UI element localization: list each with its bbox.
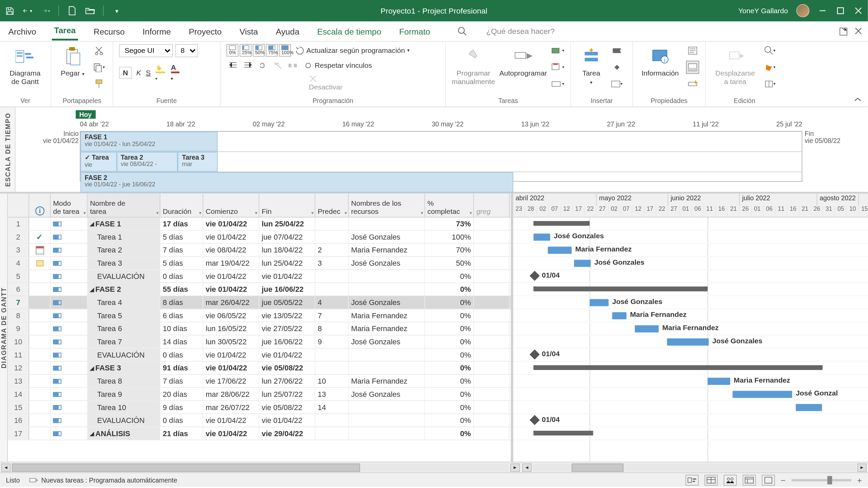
timeline-fase2[interactable]: FASE 2vie 01/04/22 - jue 16/06/22 bbox=[80, 172, 513, 192]
open-icon[interactable] bbox=[85, 6, 95, 16]
tab-recurso[interactable]: Recurso bbox=[91, 23, 127, 40]
tab-escala[interactable]: Escala de tiempo bbox=[315, 23, 384, 40]
scroll-track-left[interactable] bbox=[12, 463, 509, 472]
scroll-right-btn[interactable]: ► bbox=[510, 463, 520, 472]
move-icon[interactable]: ▾ bbox=[551, 61, 565, 74]
task-row[interactable]: 4Tarea 35 díasmar 19/04/22lun 25/04/223J… bbox=[8, 257, 511, 270]
information-button[interactable]: i Información bbox=[639, 44, 682, 80]
pct-0-button[interactable]: 0% bbox=[226, 44, 238, 57]
task-row[interactable]: 9Tarea 610 díaslun 16/05/22vie 27/05/228… bbox=[8, 322, 511, 336]
pct-50-button[interactable]: 50% bbox=[253, 44, 264, 57]
task-row[interactable]: 12◢FASE 391 díasvie 01/04/22vie 05/08/22… bbox=[8, 362, 511, 375]
minimize-icon[interactable] bbox=[818, 6, 827, 16]
inspect-icon[interactable]: ▾ bbox=[551, 44, 565, 57]
col-pred[interactable]: Predec▾ bbox=[315, 194, 349, 217]
timeline-fase1[interactable]: FASE 1vie 01/04/22 - lun 25/04/22 bbox=[80, 132, 217, 151]
scroll-to-task-button[interactable]: Desplazarse a tarea bbox=[712, 44, 758, 88]
milestone-marker[interactable] bbox=[530, 415, 540, 425]
tab-archivo[interactable]: Archivo bbox=[6, 23, 39, 40]
underline-button[interactable]: S bbox=[146, 68, 151, 77]
col-dur[interactable]: Duración▾ bbox=[160, 194, 203, 217]
insert-task-button[interactable]: Tarea▾ bbox=[577, 44, 606, 88]
save-icon[interactable] bbox=[5, 6, 14, 16]
mode-icon[interactable]: ▾ bbox=[551, 78, 565, 91]
maximize-icon[interactable] bbox=[836, 6, 845, 16]
tab-informe[interactable]: Informe bbox=[140, 23, 173, 40]
tab-formato[interactable]: Formato bbox=[397, 23, 433, 40]
paste-button[interactable]: Pegar ▾ bbox=[57, 44, 88, 80]
qat-dropdown-icon[interactable]: ▾ bbox=[112, 6, 122, 16]
pct-25-button[interactable]: 25% bbox=[240, 44, 252, 57]
timeline-add-icon[interactable] bbox=[686, 78, 699, 91]
clear-icon[interactable]: ▾ bbox=[763, 61, 776, 74]
pct-75-button[interactable]: 75% bbox=[266, 44, 278, 57]
task-bar[interactable]: Maria Fernandez bbox=[548, 247, 572, 254]
search-icon[interactable] bbox=[458, 26, 467, 36]
tab-vista[interactable]: Vista bbox=[237, 23, 260, 40]
task-row[interactable]: 2✓Tarea 15 díasvie 01/04/22jue 07/04/22J… bbox=[8, 230, 511, 244]
zoom-out-icon[interactable]: − bbox=[781, 475, 785, 485]
redo-icon[interactable]: ▾ bbox=[41, 6, 50, 16]
new-icon[interactable] bbox=[67, 6, 77, 16]
task-bar[interactable]: José Gonzal bbox=[733, 391, 792, 398]
view-report-icon[interactable] bbox=[762, 474, 775, 485]
summary-icon[interactable] bbox=[610, 44, 624, 57]
timeline-tarea3[interactable]: Tarea 3mar bbox=[178, 152, 217, 171]
gantt-scroll-left-btn[interactable]: ◄ bbox=[522, 463, 532, 472]
col-extra[interactable]: greg bbox=[474, 194, 510, 217]
copy-icon[interactable]: ▾ bbox=[93, 61, 106, 74]
task-bar[interactable]: José Gonzales bbox=[590, 299, 609, 306]
details-icon[interactable] bbox=[686, 61, 699, 74]
gantt-view-button[interactable]: Diagrama de Gantt bbox=[6, 44, 44, 88]
task-row[interactable]: 13Tarea 87 díasvie 17/06/22lun 27/06/221… bbox=[8, 375, 511, 388]
gantt-scroll-track[interactable] bbox=[533, 463, 856, 472]
italic-button[interactable]: K bbox=[136, 68, 141, 77]
close-icon[interactable] bbox=[853, 6, 863, 16]
zoom-slider[interactable] bbox=[791, 479, 851, 481]
task-bar[interactable]: Maria Fernandez bbox=[635, 325, 658, 332]
notes-icon[interactable] bbox=[686, 44, 699, 57]
find-icon[interactable]: ▾ bbox=[763, 44, 776, 57]
collapse-ribbon-icon[interactable] bbox=[853, 97, 862, 103]
font-color-button[interactable]: A▾ bbox=[171, 63, 179, 81]
deliverable-icon[interactable]: ▾ bbox=[610, 78, 624, 91]
tab-tarea[interactable]: Tarea bbox=[52, 22, 78, 40]
format-painter-icon[interactable] bbox=[93, 78, 106, 91]
task-row[interactable]: 17◢ANÁLISIS21 díasvie 01/04/22vie 29/04/… bbox=[8, 427, 511, 440]
timeline-tarea2[interactable]: Tarea 2vie 08/04/22 - bbox=[117, 152, 178, 171]
col-end[interactable]: Fin▾ bbox=[259, 194, 315, 217]
view-team-icon[interactable] bbox=[724, 474, 737, 485]
task-bar[interactable]: José Gonzales bbox=[574, 260, 591, 267]
status-newtasks[interactable]: Nuevas tareas : Programada automáticamen… bbox=[29, 476, 177, 484]
task-bar[interactable]: Maria Fernandez bbox=[612, 312, 626, 319]
zoom-in-icon[interactable]: + bbox=[857, 475, 862, 485]
summary-bar[interactable] bbox=[533, 431, 593, 435]
split-icon[interactable] bbox=[286, 59, 299, 72]
auto-schedule-button[interactable]: Autoprogramar bbox=[500, 44, 547, 80]
view-gantt-icon[interactable] bbox=[685, 474, 698, 485]
font-size-select[interactable]: 8 bbox=[175, 44, 198, 57]
task-row[interactable]: 11EVALUACIÓN0 díasvie 01/04/22vie 01/04/… bbox=[8, 348, 511, 362]
task-row[interactable]: 3Tarea 27 díasvie 08/04/22lun 18/04/222M… bbox=[8, 244, 511, 257]
user-avatar[interactable] bbox=[796, 4, 810, 17]
undo-icon[interactable]: ▾ bbox=[23, 6, 32, 16]
task-row[interactable]: 15Tarea 109 díasmar 26/07/22vie 05/08/22… bbox=[8, 401, 511, 414]
milestone-marker[interactable] bbox=[530, 271, 540, 281]
font-name-select[interactable]: Segoe UI bbox=[119, 44, 173, 57]
milestone-insert-icon[interactable] bbox=[610, 61, 624, 74]
task-bar[interactable]: José Gonzales bbox=[667, 339, 709, 346]
col-info[interactable]: i bbox=[29, 194, 51, 217]
task-row[interactable]: 10Tarea 714 díaslun 30/05/22jue 16/06/22… bbox=[8, 336, 511, 349]
task-row[interactable]: 6◢FASE 255 díasvie 01/04/22jue 16/06/220… bbox=[8, 283, 511, 296]
view-resource-icon[interactable] bbox=[743, 474, 756, 485]
update-sched-button[interactable]: Actualizar según programación ▾ bbox=[296, 46, 410, 55]
fill-color-button[interactable]: ▾ bbox=[155, 63, 166, 81]
col-res[interactable]: Nombres de los recursos▾ bbox=[349, 194, 425, 217]
task-row[interactable]: 1◢FASE 117 díasvie 01/04/22lun 25/04/227… bbox=[8, 218, 511, 231]
pct-100-button[interactable]: 100% bbox=[279, 44, 291, 57]
summary-bar[interactable] bbox=[533, 287, 707, 291]
respect-links-button[interactable]: Respetar vínculos bbox=[304, 61, 372, 70]
task-row[interactable]: 8Tarea 56 díasvie 06/05/22vie 13/05/227M… bbox=[8, 309, 511, 322]
view-usage-icon[interactable] bbox=[704, 474, 717, 485]
summary-bar[interactable] bbox=[533, 365, 823, 370]
